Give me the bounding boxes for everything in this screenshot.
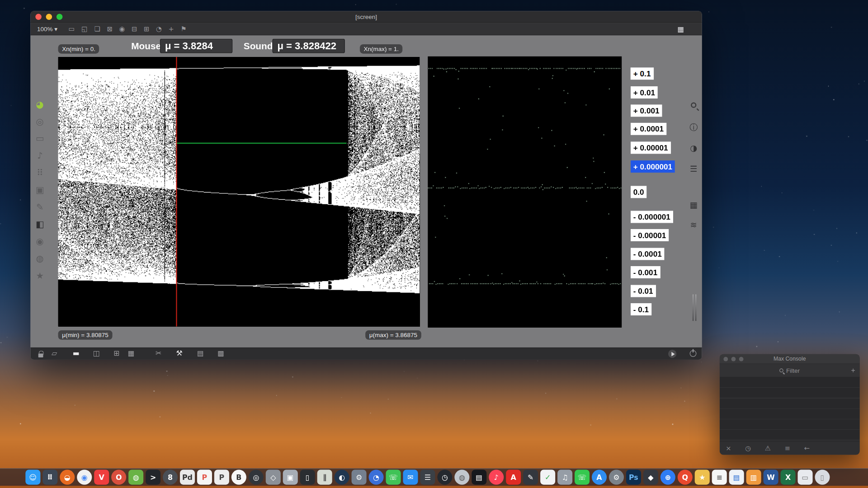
comment-tool-icon[interactable]: ▬: [72, 349, 79, 357]
bifurcation-canvas[interactable]: [58, 57, 420, 326]
increment-button[interactable]: + 0.000001: [631, 160, 675, 173]
dock-icon-gear-app[interactable]: ⚙: [352, 470, 367, 485]
dock-icon-facetime[interactable]: ☏: [575, 470, 590, 485]
return-icon[interactable]: ←: [804, 444, 809, 452]
star-icon[interactable]: ★: [36, 271, 44, 281]
dock-icon-finder[interactable]: ☺: [25, 470, 40, 485]
dock-icon-pages[interactable]: P: [197, 470, 212, 485]
info-circle-icon[interactable]: ◉: [36, 236, 44, 247]
list-icon[interactable]: ☰: [690, 164, 697, 174]
zoom-control[interactable]: 100% ▾: [37, 25, 57, 33]
increment-button[interactable]: - 0.01: [631, 285, 656, 297]
contrast-icon[interactable]: ◑: [690, 143, 697, 153]
dock-icon-b-app[interactable]: B: [231, 470, 246, 485]
dock-icon-note-app[interactable]: ♫: [557, 470, 572, 485]
search-icon[interactable]: [691, 103, 696, 108]
comment-icon[interactable]: ❏: [94, 25, 100, 33]
increment-button[interactable]: + 0.00001: [631, 141, 671, 154]
dock-icon-unity[interactable]: ◇: [266, 470, 281, 485]
dock-icon-word[interactable]: W: [764, 470, 778, 485]
button-icon[interactable]: ◉: [119, 25, 125, 33]
snapshot-icon[interactable]: ▦: [690, 200, 698, 210]
dock-icon-photoshop[interactable]: Ps: [626, 470, 641, 485]
zoom-button[interactable]: [57, 14, 62, 20]
dock-icon-trash[interactable]: ▯: [815, 470, 830, 485]
dock-icon-eight-ball[interactable]: 8: [163, 470, 178, 485]
filter-input[interactable]: Filter: [786, 367, 800, 374]
timeseries-canvas[interactable]: [428, 56, 622, 328]
grid-icon[interactable]: ▦: [677, 24, 684, 33]
increment-button[interactable]: + 0.1: [631, 67, 654, 80]
dock-icon-quicktime[interactable]: Q: [678, 470, 693, 485]
increment-button[interactable]: 0.0: [631, 186, 647, 198]
grid-toggle-icon[interactable]: ▦: [128, 349, 135, 357]
dock-icon-orange-app[interactable]: ▥: [746, 470, 761, 485]
message-box-icon[interactable]: ◱: [81, 25, 88, 33]
dock-icon-puredata[interactable]: Pd: [180, 470, 195, 485]
dock-icon-preview-window[interactable]: ▭: [797, 470, 812, 485]
audio-status-icon[interactable]: ◕: [36, 99, 44, 109]
pencil-icon[interactable]: ✎: [36, 202, 43, 212]
dock-icon-terminal[interactable]: >: [146, 470, 160, 485]
dock-icon-steam[interactable]: ◐: [335, 470, 349, 485]
columns-icon[interactable]: ≡: [784, 444, 790, 452]
dock-icon-appstore[interactable]: A: [592, 470, 607, 485]
clear-icon[interactable]: ×: [726, 444, 731, 452]
increment-button[interactable]: - 0.00001: [631, 229, 669, 241]
dock-icon-dark-app[interactable]: ◆: [643, 470, 658, 485]
warning-icon[interactable]: ⚠: [765, 444, 771, 452]
timeseries-display[interactable]: [428, 56, 622, 328]
dock-icon-settings[interactable]: ⚙: [609, 470, 624, 485]
bifurcation-display[interactable]: [58, 57, 420, 326]
dock-icon-textedit[interactable]: ≡: [712, 470, 727, 485]
dock-icon-adobe[interactable]: A: [506, 470, 521, 485]
link-icon[interactable]: ⊞: [113, 349, 119, 357]
lock-icon[interactable]: [38, 353, 43, 357]
keyboard-icon[interactable]: ▤: [197, 349, 204, 357]
console-titlebar[interactable]: Max Console: [720, 354, 860, 364]
mu-mouse-numberbox[interactable]: μ = 3.8284: [160, 39, 232, 53]
dock-icon-sketch-app[interactable]: ✎: [523, 470, 538, 485]
add-object-icon[interactable]: +: [169, 25, 174, 33]
dock-icon-midi-keys[interactable]: ▤: [472, 470, 486, 485]
dock-icon-messages[interactable]: ☏: [386, 470, 401, 485]
mu-sound-numberbox[interactable]: μ = 3.828422: [272, 39, 344, 53]
increment-button[interactable]: - 0.001: [631, 266, 660, 278]
dock-icon-check-app[interactable]: ✓: [540, 470, 555, 485]
dock-icon-light-circle[interactable]: ◍: [454, 470, 469, 485]
inspector-icon[interactable]: ⓘ: [689, 122, 698, 133]
increment-button[interactable]: - 0.000001: [631, 211, 673, 223]
toggle-icon[interactable]: ⊠: [107, 25, 112, 33]
increment-button[interactable]: - 0.1: [631, 303, 652, 315]
select-tool-icon[interactable]: ▱: [52, 349, 57, 357]
add-icon[interactable]: +: [851, 366, 855, 375]
dock-icon-green-app[interactable]: ◍: [128, 470, 143, 485]
dock-icon-star-app[interactable]: ★: [695, 470, 710, 485]
dock-icon-obs[interactable]: ◎: [249, 470, 264, 485]
dock-icon-music[interactable]: ♪: [489, 470, 504, 485]
circle-icon[interactable]: ◎: [36, 116, 44, 127]
dock-icon-firefox[interactable]: ◒: [60, 470, 75, 485]
filters-icon[interactable]: ≋: [690, 220, 697, 230]
increment-button[interactable]: + 0.01: [631, 86, 658, 99]
audio-note-icon[interactable]: ♪: [37, 150, 43, 161]
dock-icon-clock-app[interactable]: ◷: [437, 470, 452, 485]
objects-icon[interactable]: ◫: [93, 349, 100, 357]
power-icon[interactable]: [690, 350, 697, 357]
dock-icon-docs-app[interactable]: ▤: [729, 470, 744, 485]
minimize-button[interactable]: [46, 14, 52, 20]
dot-grid-icon[interactable]: ▩: [217, 349, 224, 357]
matrix-icon[interactable]: ⠿: [37, 168, 43, 178]
dock-icon-mail[interactable]: ✉: [403, 470, 418, 485]
dock-icon-gray-app[interactable]: ▣: [283, 470, 298, 485]
dock-icon-vivaldi[interactable]: V: [94, 470, 109, 485]
object-box-icon[interactable]: ▭: [68, 25, 75, 33]
dock-icon-opera[interactable]: O: [111, 470, 126, 485]
dock-icon-excel[interactable]: X: [781, 470, 796, 485]
dock-icon-p-app[interactable]: P: [214, 470, 229, 485]
dock-icon-chrome[interactable]: ◉: [77, 470, 92, 485]
dial-icon[interactable]: ◔: [156, 25, 162, 33]
message-icon[interactable]: ▭: [36, 133, 44, 144]
number-box-icon[interactable]: ⊟: [132, 25, 137, 33]
dock-icon-iphone[interactable]: ▯: [300, 470, 315, 485]
